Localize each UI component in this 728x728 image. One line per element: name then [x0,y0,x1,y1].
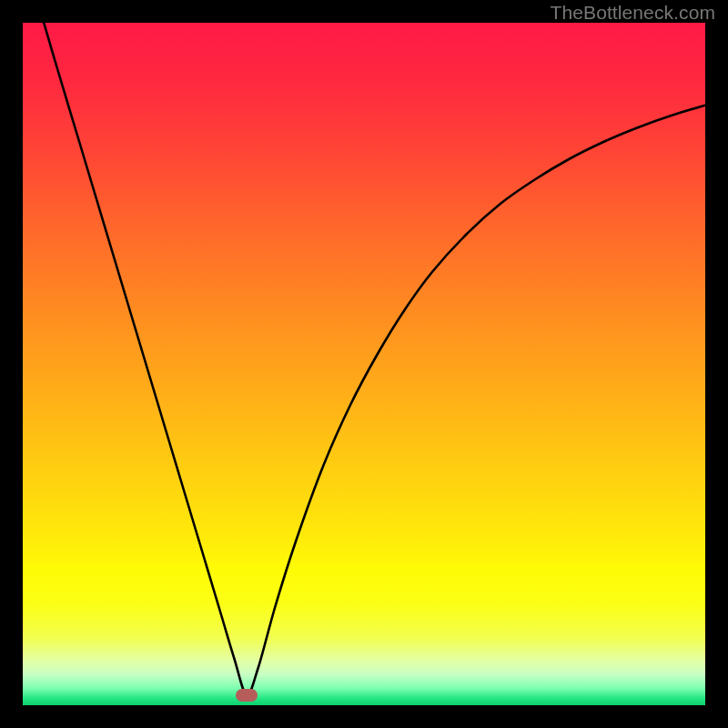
plot-area [23,23,705,705]
chart-frame: TheBottleneck.com [0,0,728,728]
bottleneck-curve [23,23,705,705]
optimal-point-marker [236,689,258,702]
watermark-text: TheBottleneck.com [551,2,715,24]
